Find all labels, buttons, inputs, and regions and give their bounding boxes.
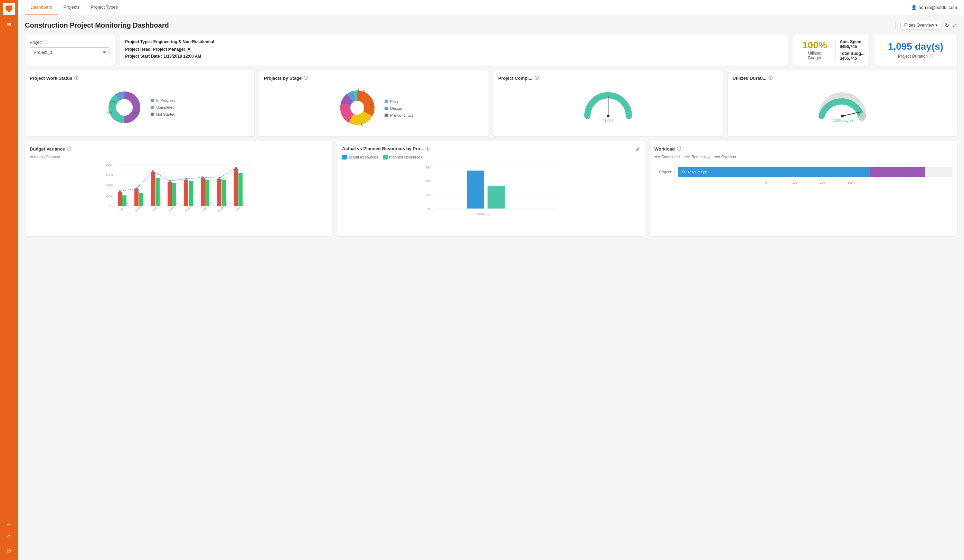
- svg-point-46: [202, 177, 204, 179]
- svg-text:12: 12: [341, 101, 345, 105]
- pct-10-label: 10%: [110, 101, 116, 104]
- budget-variance-chart: 800K 600K 400K 200K 0: [30, 161, 327, 230]
- svg-rect-37: [217, 179, 221, 206]
- svg-text:800K: 800K: [106, 163, 113, 166]
- tab-dashboard[interactable]: Dashboard: [25, 0, 58, 15]
- utilized-budget-pct: 100%: [802, 40, 827, 51]
- duration-card: 1,095 day(s) Project Duration ⓘ: [874, 34, 957, 66]
- projects-by-stage-card: Projects by Stage ⓘ: [259, 70, 489, 136]
- budget-var-title: Budget Variance ⓘ: [30, 146, 327, 152]
- svg-point-4: [350, 101, 364, 115]
- project-start-line: Project Start Date : 1/13/2018 12:00 AM: [125, 54, 783, 59]
- svg-rect-30: [155, 178, 160, 206]
- svg-rect-29: [151, 172, 155, 206]
- svg-rect-27: [134, 188, 138, 206]
- avp-expand-icon[interactable]: ⤢: [636, 146, 640, 152]
- durat-info-icon[interactable]: ⓘ: [769, 75, 773, 81]
- compl-title: Project Compl... ⓘ: [498, 75, 718, 81]
- donut-chart-container: 10% 40% 50% In Progress Completed: [30, 84, 249, 128]
- workload-completed-fill: 201 resource(s): [678, 167, 870, 177]
- bottom-row: Budget Variance ⓘ Actual vs Planned 800K…: [25, 141, 957, 236]
- refresh-button[interactable]: ↻: [944, 22, 949, 29]
- svg-point-44: [169, 180, 171, 182]
- logo[interactable]: [3, 3, 15, 15]
- svg-rect-38: [222, 180, 226, 206]
- svg-rect-65: [467, 170, 484, 209]
- avp-info-icon[interactable]: ⓘ: [425, 146, 430, 151]
- project-head-line: Project Head: Project Manager_A: [125, 47, 783, 52]
- filters-overview-button[interactable]: Filters Overview ▾: [900, 21, 941, 30]
- legend-preconstruct: Pre-construct: [384, 113, 412, 117]
- svg-text:600K: 600K: [106, 173, 113, 177]
- svg-text:200: 200: [425, 180, 430, 183]
- workload-info-icon[interactable]: ⓘ: [677, 146, 681, 152]
- svg-text:300: 300: [848, 181, 853, 184]
- svg-rect-25: [118, 192, 122, 206]
- svg-point-43: [152, 170, 154, 172]
- workload-title: Workload ⓘ: [655, 146, 952, 152]
- avp-title: Actual vs Planned Resources by Pro... ⓘ …: [342, 146, 640, 152]
- legend-wl-completed: Completed: [655, 155, 680, 159]
- project-work-status-card: Project Work Status ⓘ 10% 40%: [25, 70, 254, 136]
- workload-xaxis: 0 100 200 300: [655, 177, 952, 187]
- project-info-icon[interactable]: ⓘ: [44, 39, 48, 45]
- legend-design: Design: [384, 106, 412, 110]
- menu-icon[interactable]: ≡: [7, 21, 11, 29]
- legend-actual-res: Actual Resources: [342, 155, 378, 159]
- legend-wl-overdue: Overdue: [715, 155, 736, 159]
- charts-row: Project Work Status ⓘ 10% 40%: [25, 70, 957, 136]
- pie-chart: 1 2 3 4 8 12: [335, 85, 380, 130]
- svg-point-47: [218, 177, 220, 179]
- settings-icon[interactable]: ⚙: [6, 547, 12, 555]
- svg-text:200K: 200K: [106, 194, 113, 198]
- compl-info-icon[interactable]: ⓘ: [534, 75, 539, 81]
- svg-rect-33: [184, 180, 188, 206]
- svg-rect-35: [201, 178, 205, 206]
- budget-var-subtitle: Actual vs Planned: [30, 155, 327, 159]
- stage-info-icon[interactable]: ⓘ: [304, 75, 308, 81]
- user-icon: 👤: [911, 5, 917, 10]
- duration-gauge: [815, 87, 870, 121]
- svg-text:0: 0: [765, 181, 767, 184]
- svg-rect-36: [205, 180, 209, 206]
- stage-legend: Plan Design Pre-construct: [384, 99, 412, 117]
- stage-title: Projects by Stage ⓘ: [264, 75, 484, 81]
- utilized-budget-label: Utilized Budget: [802, 51, 827, 60]
- budget-items: Amt. Spent $456,745 Total Budg... $456,7…: [840, 39, 865, 61]
- pct-50-label: 50%: [133, 111, 139, 114]
- work-status-title: Project Work Status ⓘ: [30, 75, 249, 81]
- duration-info-icon[interactable]: ⓘ: [929, 54, 933, 59]
- chevron-down-icon: ▾: [935, 23, 937, 28]
- header-actions: Filters Overview ▾ ↻ ⤢: [894, 21, 957, 30]
- svg-rect-40: [238, 173, 243, 206]
- project-compl-card: Project Compl... ⓘ 100%: [493, 70, 723, 136]
- tab-project-types[interactable]: Project Types: [85, 0, 124, 15]
- workload-project-label: Project_1: [655, 170, 675, 174]
- avp-legend: Actual Resources Planned Resources: [342, 155, 640, 159]
- page-title: Construction Project Monitoring Dashboar…: [25, 21, 894, 29]
- work-status-info-icon[interactable]: ⓘ: [74, 75, 78, 81]
- legend-plan: Plan: [384, 99, 412, 104]
- avp-chart: 300 200 100 0 Project_1: [342, 162, 640, 228]
- compl-value: 100%: [603, 118, 614, 123]
- project-select-input[interactable]: Project_1: [30, 47, 110, 57]
- add-icon[interactable]: +: [7, 521, 11, 529]
- expand-button[interactable]: ⤢: [953, 22, 957, 29]
- svg-text:4: 4: [370, 102, 372, 106]
- svg-text:8: 8: [361, 123, 363, 127]
- sidebar: ≡ + ? ⚙: [0, 0, 18, 560]
- utilized-durat-card: Utilized Durati... ⓘ 1,: [728, 70, 957, 136]
- tab-projects[interactable]: Projects: [58, 0, 85, 15]
- svg-rect-39: [234, 169, 238, 206]
- completion-gauge: [580, 87, 636, 121]
- legend-in-progress: In Progress: [151, 98, 176, 102]
- svg-text:0: 0: [428, 207, 430, 211]
- budget-variance-card: Budget Variance ⓘ Actual vs Planned 800K…: [25, 141, 332, 236]
- budget-var-info-icon[interactable]: ⓘ: [67, 146, 71, 152]
- project-type-line: Project Type : Engineering & Non-Residen…: [125, 39, 783, 44]
- svg-rect-34: [189, 181, 193, 206]
- pct-40-label: 40%: [106, 111, 112, 114]
- svg-text:300: 300: [425, 166, 430, 169]
- dashboard-header: Construction Project Monitoring Dashboar…: [25, 21, 957, 30]
- help-icon[interactable]: ?: [7, 534, 11, 541]
